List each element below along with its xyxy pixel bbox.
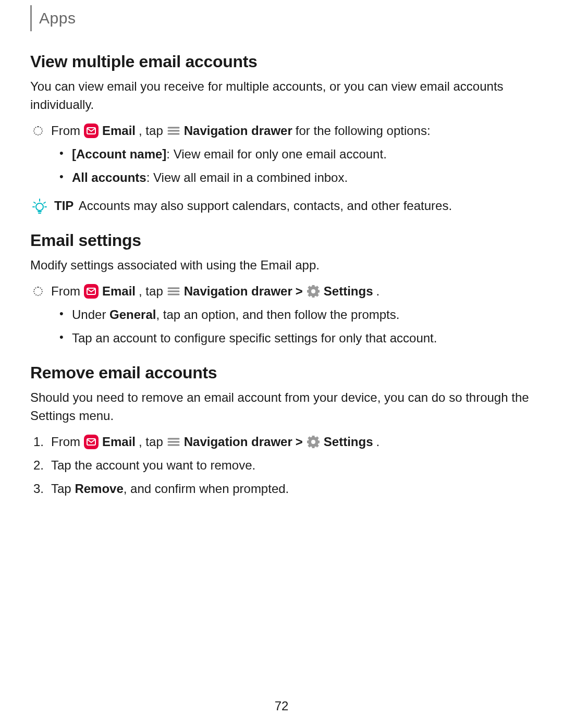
steps-remove-accounts: 1. From Email , tap Navigation drawer > …: [30, 433, 533, 498]
nav-drawer-label: Navigation drawer: [184, 433, 292, 451]
svg-line-27: [316, 287, 318, 288]
text-from: From: [51, 282, 80, 301]
tip-lightbulb-icon: [31, 198, 48, 214]
svg-line-26: [309, 294, 310, 296]
text-general-rest: , tap an option, and then follow the pro…: [156, 307, 399, 322]
svg-line-39: [309, 437, 310, 439]
page-number: 72: [0, 699, 563, 713]
section-intro-email-settings: Modify settings associated with using th…: [30, 256, 533, 275]
email-label: Email: [102, 121, 136, 140]
section-intro-remove-accounts: Should you need to remove an email accou…: [30, 389, 533, 425]
text-tap: , tap: [139, 121, 163, 140]
email-icon: [83, 283, 99, 299]
section-title-view-multiple: View multiple email accounts: [30, 52, 533, 71]
svg-point-34: [311, 440, 315, 444]
document-page: Apps View multiple email accounts You ca…: [0, 0, 563, 728]
email-label: Email: [102, 433, 136, 451]
step-prefix: Tap: [51, 482, 75, 496]
bold-general: General: [109, 307, 156, 322]
instruction-view-multiple: From Email , tap Navigation drawer for t…: [30, 121, 533, 140]
step-rest: , and confirm when prompted.: [124, 482, 289, 496]
sub-bullets-email-settings: Under General, tap an option, and then f…: [30, 305, 533, 348]
text-tap: , tap: [139, 282, 163, 301]
breadcrumb-chevron: >: [296, 433, 303, 451]
svg-line-42: [316, 437, 318, 439]
breadcrumb-chevron: >: [296, 282, 303, 301]
navigation-drawer-icon: [166, 124, 181, 138]
svg-line-9: [34, 202, 35, 203]
settings-label: Settings: [324, 282, 373, 301]
email-icon: [83, 434, 99, 450]
svg-point-5: [36, 203, 43, 211]
rest-account-name: : View email for only one email account.: [166, 147, 386, 161]
settings-gear-icon: [306, 435, 321, 449]
bullet-all-accounts: All accounts: View all email in a combin…: [72, 168, 533, 187]
tip-label: TIP: [54, 199, 74, 213]
bold-remove: Remove: [75, 482, 123, 496]
section-title-remove-accounts: Remove email accounts: [30, 363, 533, 382]
bullet-account-specific: Tap an account to configure specific set…: [72, 328, 533, 348]
email-label: Email: [102, 282, 136, 301]
step-1: 1. From Email , tap Navigation drawer > …: [30, 433, 533, 451]
step-3: 3. Tap Remove, and confirm when prompted…: [30, 479, 533, 498]
svg-line-41: [309, 445, 310, 447]
svg-line-10: [44, 202, 45, 203]
sub-bullets-view-multiple: [Account name]: View email for only one …: [30, 144, 533, 187]
text-period: .: [376, 433, 380, 451]
text-period: .: [376, 282, 380, 301]
svg-point-19: [311, 289, 315, 293]
bullet-account-name: [Account name]: View email for only one …: [72, 144, 533, 164]
step-number: 1.: [33, 433, 47, 451]
step-text: Tap the account you want to remove.: [51, 458, 255, 472]
tip-text: Accounts may also support calendars, con…: [79, 199, 452, 213]
rest-all-accounts: : View all email in a combined inbox.: [146, 170, 348, 184]
header-rule: [30, 5, 32, 31]
text-from: From: [51, 121, 80, 140]
breadcrumb: Apps: [30, 5, 533, 31]
settings-gear-icon: [306, 284, 321, 299]
bold-all-accounts: All accounts: [72, 170, 146, 184]
instruction-email-settings: From Email , tap Navigation drawer > Set…: [30, 282, 533, 301]
navigation-drawer-icon: [166, 284, 181, 299]
dotted-circle-bullet-icon: [33, 287, 43, 296]
svg-line-40: [316, 445, 318, 447]
dotted-circle-bullet-icon: [33, 126, 43, 135]
bold-account-name: [Account name]: [72, 147, 166, 161]
svg-line-24: [309, 287, 310, 288]
text-tail: for the following options:: [296, 121, 431, 140]
section-title-email-settings: Email settings: [30, 231, 533, 250]
text-from: From: [51, 433, 80, 451]
step-2: 2. Tap the account you want to remove.: [30, 455, 533, 475]
tip-content: TIP Accounts may also support calendars,…: [54, 196, 452, 215]
bullet-general: Under General, tap an option, and then f…: [72, 305, 533, 324]
text-tap: , tap: [139, 433, 163, 451]
nav-drawer-label: Navigation drawer: [184, 282, 292, 301]
step-number: 2.: [33, 455, 44, 475]
text-general-prefix: Under: [72, 307, 109, 322]
section-intro-view-multiple: You can view email you receive for multi…: [30, 78, 533, 114]
tip-row: TIP Accounts may also support calendars,…: [30, 196, 533, 215]
breadcrumb-label: Apps: [39, 9, 76, 27]
nav-drawer-label: Navigation drawer: [184, 121, 292, 140]
step-number: 3.: [33, 479, 44, 498]
svg-line-25: [316, 294, 318, 296]
email-icon: [83, 123, 99, 139]
settings-label: Settings: [324, 433, 373, 451]
navigation-drawer-icon: [166, 435, 181, 449]
